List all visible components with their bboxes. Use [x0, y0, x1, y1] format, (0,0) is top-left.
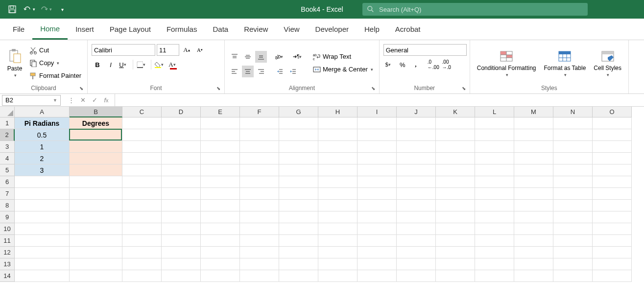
cell-M4[interactable] — [514, 153, 553, 164]
tab-view[interactable]: View — [276, 20, 307, 39]
cell-N13[interactable] — [553, 258, 593, 270]
cell-M11[interactable] — [514, 235, 553, 247]
cell-L8[interactable] — [475, 200, 514, 211]
cell-B7[interactable] — [70, 188, 122, 200]
cell-B8[interactable] — [70, 200, 122, 211]
increase-font-button[interactable]: A▴ — [181, 44, 192, 56]
cell-I14[interactable] — [358, 270, 397, 282]
cell-O7[interactable] — [593, 188, 632, 200]
align-right-button[interactable] — [255, 66, 267, 77]
align-bottom-button[interactable] — [255, 51, 267, 63]
cell-I7[interactable] — [358, 188, 397, 200]
row-header-3[interactable]: 3 — [0, 141, 15, 153]
copy-button[interactable]: Copy▾ — [27, 57, 83, 69]
cell-E1[interactable] — [201, 117, 240, 129]
cell-H4[interactable] — [318, 153, 358, 164]
cell-O14[interactable] — [593, 270, 632, 282]
column-header-H[interactable]: H — [318, 107, 358, 117]
cell-A9[interactable] — [15, 211, 70, 223]
cell-E13[interactable] — [201, 258, 240, 270]
cell-J2[interactable] — [397, 129, 436, 141]
cell-F5[interactable] — [240, 164, 279, 176]
cell-J14[interactable] — [397, 270, 436, 282]
underline-button[interactable]: U▾ — [118, 59, 130, 70]
cell-F2[interactable] — [240, 129, 279, 141]
cell-O3[interactable] — [593, 141, 632, 153]
cell-M9[interactable] — [514, 211, 553, 223]
align-middle-button[interactable] — [242, 51, 254, 63]
cell-F11[interactable] — [240, 235, 279, 247]
cell-K3[interactable] — [436, 141, 475, 153]
cell-B6[interactable] — [70, 176, 122, 188]
number-format-combo[interactable] — [383, 44, 467, 56]
cell-I4[interactable] — [358, 153, 397, 164]
row-header-13[interactable]: 13 — [0, 258, 15, 270]
cell-F14[interactable] — [240, 270, 279, 282]
font-name-combo[interactable] — [92, 44, 155, 56]
cell-O11[interactable] — [593, 235, 632, 247]
font-size-combo[interactable] — [157, 44, 179, 56]
clipboard-dialog-launcher[interactable]: ⬊ — [79, 86, 86, 93]
merge-center-button[interactable]: Merge & Center▾ — [311, 64, 375, 75]
cell-N10[interactable] — [553, 223, 593, 235]
row-header-7[interactable]: 7 — [0, 188, 15, 200]
cell-M10[interactable] — [514, 223, 553, 235]
column-header-E[interactable]: E — [201, 107, 240, 117]
cell-K11[interactable] — [436, 235, 475, 247]
cell-A12[interactable] — [15, 247, 70, 258]
cell-C10[interactable] — [122, 223, 162, 235]
cell-D8[interactable] — [162, 200, 201, 211]
cell-A4[interactable]: 2 — [15, 153, 70, 164]
cell-E3[interactable] — [201, 141, 240, 153]
cell-K8[interactable] — [436, 200, 475, 211]
cell-J1[interactable] — [397, 117, 436, 129]
column-header-F[interactable]: F — [240, 107, 279, 117]
cell-E5[interactable] — [201, 164, 240, 176]
cell-A5[interactable]: 3 — [15, 164, 70, 176]
format-painter-button[interactable]: Format Painter — [27, 70, 83, 82]
cell-J6[interactable] — [397, 176, 436, 188]
cell-A10[interactable] — [15, 223, 70, 235]
cell-J8[interactable] — [397, 200, 436, 211]
cell-L3[interactable] — [475, 141, 514, 153]
cell-H5[interactable] — [318, 164, 358, 176]
cell-D4[interactable] — [162, 153, 201, 164]
column-header-C[interactable]: C — [122, 107, 162, 117]
format-as-table-button[interactable]: Format as Table▾ — [541, 42, 589, 84]
cell-A13[interactable] — [15, 258, 70, 270]
increase-indent-button[interactable] — [287, 66, 299, 77]
cell-J5[interactable] — [397, 164, 436, 176]
orientation-button[interactable]: ab▾ — [274, 51, 286, 63]
enter-formula-button[interactable]: ✓ — [89, 95, 100, 106]
cell-C2[interactable] — [122, 129, 162, 141]
cell-B13[interactable] — [70, 258, 122, 270]
cell-M14[interactable] — [514, 270, 553, 282]
cell-D6[interactable] — [162, 176, 201, 188]
column-header-J[interactable]: J — [397, 107, 436, 117]
cell-D1[interactable] — [162, 117, 201, 129]
cell-H9[interactable] — [318, 211, 358, 223]
cell-G4[interactable] — [279, 153, 318, 164]
cell-E4[interactable] — [201, 153, 240, 164]
tab-review[interactable]: Review — [236, 20, 276, 39]
cell-G8[interactable] — [279, 200, 318, 211]
cell-N14[interactable] — [553, 270, 593, 282]
cell-C7[interactable] — [122, 188, 162, 200]
cell-F1[interactable] — [240, 117, 279, 129]
cell-D12[interactable] — [162, 247, 201, 258]
cell-H2[interactable] — [318, 129, 358, 141]
cell-C9[interactable] — [122, 211, 162, 223]
tab-data[interactable]: Data — [205, 20, 236, 39]
cell-N6[interactable] — [553, 176, 593, 188]
italic-button[interactable]: I — [105, 59, 117, 70]
row-header-6[interactable]: 6 — [0, 176, 15, 188]
cell-L14[interactable] — [475, 270, 514, 282]
tab-insert[interactable]: Insert — [68, 20, 102, 39]
align-left-button[interactable] — [229, 66, 240, 77]
cell-F12[interactable] — [240, 247, 279, 258]
percent-button[interactable]: % — [397, 59, 408, 70]
column-header-N[interactable]: N — [553, 107, 593, 117]
cell-K9[interactable] — [436, 211, 475, 223]
cell-L6[interactable] — [475, 176, 514, 188]
cell-O6[interactable] — [593, 176, 632, 188]
